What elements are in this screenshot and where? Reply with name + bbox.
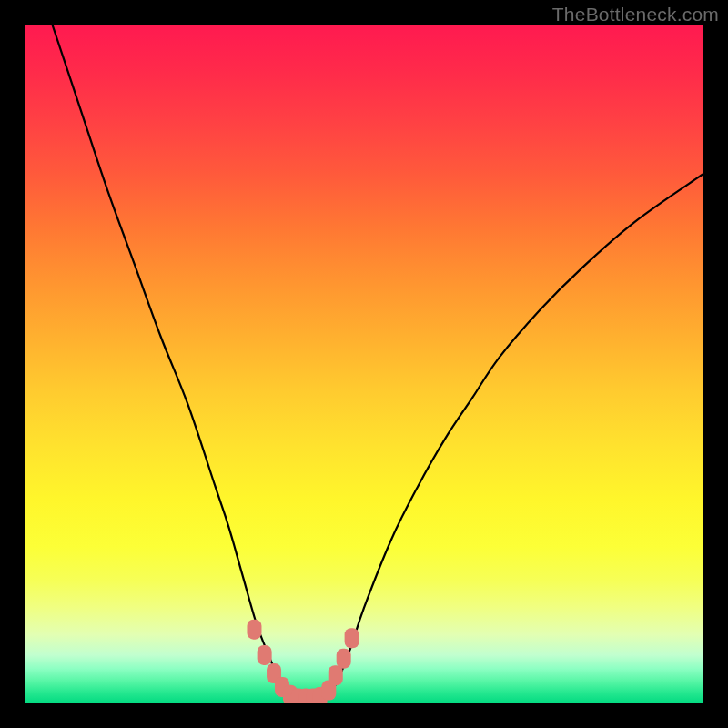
data-point bbox=[329, 665, 343, 685]
data-point bbox=[337, 649, 351, 669]
bottleneck-curve bbox=[53, 25, 703, 699]
highlighted-points bbox=[247, 620, 359, 703]
chart-frame: TheBottleneck.com bbox=[0, 0, 728, 728]
curve-layer bbox=[25, 25, 703, 703]
watermark-text: TheBottleneck.com bbox=[552, 4, 719, 25]
plot-area bbox=[25, 25, 703, 703]
data-point bbox=[258, 645, 272, 665]
data-point bbox=[247, 620, 261, 640]
data-point bbox=[345, 628, 359, 648]
